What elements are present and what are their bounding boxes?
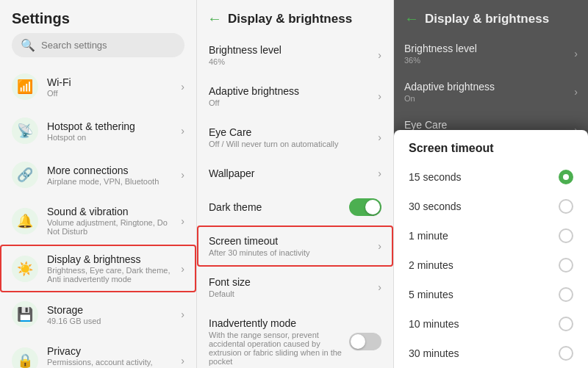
item-sub-wifi: Off xyxy=(47,89,172,98)
mid-item-title-adaptive: Adaptive brightness xyxy=(209,85,299,97)
chevron-icon-connections: › xyxy=(181,169,184,181)
mid-back-arrow[interactable]: ← xyxy=(207,10,222,27)
chevron-icon-display: › xyxy=(181,263,184,275)
mid-item-brightness[interactable]: Brightness level 46% › xyxy=(197,35,393,76)
radio-5m[interactable] xyxy=(559,287,573,302)
mid-item-screentimeout[interactable]: Screen timeout After 30 minutes of inact… xyxy=(197,226,393,267)
item-title-connections: More connections xyxy=(47,165,172,176)
dialog-option-5m[interactable]: 5 minutes xyxy=(394,280,588,309)
icon-sound: 🔔 xyxy=(12,208,38,234)
mid-item-sub-fontsize: Default xyxy=(209,289,251,298)
mid-item-sub-adaptive: Off xyxy=(209,98,299,107)
sidebar-item-hotspot[interactable]: 📡 Hotspot & tethering Hotspot on › xyxy=(0,109,196,153)
dialog-option-10m[interactable]: 10 minutes xyxy=(394,309,588,339)
mid-item-inadvertently[interactable]: Inadvertently mode With the range sensor… xyxy=(197,308,393,368)
item-sub-hotspot: Hotspot on xyxy=(47,133,172,142)
item-title-wifi: Wi-Fi xyxy=(47,76,172,88)
mid-menu-list: Brightness level 46% › Adaptive brightne… xyxy=(197,35,393,368)
chevron-icon-storage: › xyxy=(181,309,184,320)
sidebar-item-connections[interactable]: 🔗 More connections Airplane mode, VPN, B… xyxy=(0,153,196,197)
right-panel-header: ← Display & brightness xyxy=(394,0,588,35)
radio-30s[interactable] xyxy=(559,199,573,214)
search-bar[interactable]: 🔍 xyxy=(12,33,184,57)
icon-privacy: 🔒 xyxy=(12,347,38,369)
item-sub-privacy: Permissions, account activity, personal … xyxy=(47,358,172,368)
dialog-option-30m[interactable]: 30 minutes xyxy=(394,339,588,368)
radio-1m[interactable] xyxy=(559,228,573,243)
mid-item-title-fontsize: Font size xyxy=(209,276,251,288)
toggle-darktheme[interactable] xyxy=(349,198,381,216)
settings-list: 📶 Wi-Fi Off › 📡 Hotspot & tethering Hots… xyxy=(0,65,196,368)
mid-item-sub-screentimeout: After 30 minutes of inactivity xyxy=(209,248,310,257)
mid-item-sub-eyecare: Off / Will never turn on automatically xyxy=(209,140,338,148)
mid-item-adaptive[interactable]: Adaptive brightness Off › xyxy=(197,76,393,117)
right-item-title-adaptive: Adaptive brightness xyxy=(404,81,495,93)
dialog-option-2m[interactable]: 2 minutes xyxy=(394,250,588,280)
dialog-option-label-10m: 10 minutes xyxy=(409,318,459,330)
mid-panel: ← Display & brightness Brightness level … xyxy=(197,0,394,368)
radio-2m[interactable] xyxy=(559,258,573,273)
sidebar-item-storage[interactable]: 💾 Storage 49.16 GB used › xyxy=(0,292,196,336)
mid-item-darktheme[interactable]: Dark theme xyxy=(197,189,393,226)
right-item-sub-brightness: 36% xyxy=(404,56,477,65)
chevron-icon-brightness: › xyxy=(378,49,381,61)
icon-connections: 🔗 xyxy=(12,162,38,188)
icon-wifi: 📶 xyxy=(12,73,38,100)
mid-item-title-eyecare: Eye Care xyxy=(209,126,338,138)
dialog-option-15s[interactable]: 15 seconds xyxy=(394,162,588,192)
dialog-option-label-5m: 5 minutes xyxy=(409,289,453,300)
dialog-option-label-15s: 15 seconds xyxy=(409,171,462,183)
item-title-display: Display & brightness xyxy=(47,253,172,265)
icon-storage: 💾 xyxy=(12,301,38,328)
item-sub-storage: 49.16 GB used xyxy=(47,317,172,325)
icon-display: ☀️ xyxy=(12,256,38,282)
chevron-icon-fontsize: › xyxy=(378,281,381,293)
sidebar-item-sound[interactable]: 🔔 Sound & vibration Volume adjustment, R… xyxy=(0,197,196,245)
mid-item-title-darktheme: Dark theme xyxy=(209,201,262,213)
mid-item-fontsize[interactable]: Font size Default › xyxy=(197,267,393,308)
mid-panel-header: ← Display & brightness xyxy=(197,0,393,35)
dialog-option-label-30m: 30 minutes xyxy=(409,347,459,359)
dialog-option-30s[interactable]: 30 seconds xyxy=(394,192,588,221)
sidebar-item-display[interactable]: ☀️ Display & brightness Brightness, Eye … xyxy=(0,245,196,292)
screen-timeout-dialog: Screen timeout 15 seconds 30 seconds 1 m… xyxy=(394,130,588,368)
radio-15s[interactable] xyxy=(559,170,573,184)
chevron-icon-sound: › xyxy=(181,215,184,227)
left-panel-header: Settings 🔍 xyxy=(0,0,196,65)
sidebar-item-wifi[interactable]: 📶 Wi-Fi Off › xyxy=(0,65,196,109)
item-sub-connections: Airplane mode, VPN, Bluetooth xyxy=(47,177,172,186)
right-item-title-eyecare: Eye Care xyxy=(404,119,534,131)
mid-panel-title: Display & brightness xyxy=(228,12,352,26)
mid-item-eyecare[interactable]: Eye Care Off / Will never turn on automa… xyxy=(197,117,393,158)
mid-item-wallpaper[interactable]: Wallpaper › xyxy=(197,158,393,189)
chevron-icon-right-brightness: › xyxy=(574,48,578,59)
settings-title: Settings xyxy=(12,10,184,27)
item-title-hotspot: Hotspot & tethering xyxy=(47,120,172,132)
dialog-option-label-2m: 2 minutes xyxy=(409,259,453,271)
dialog-option-label-1m: 1 minute xyxy=(409,230,448,242)
search-icon: 🔍 xyxy=(21,38,35,52)
chevron-icon-hotspot: › xyxy=(181,125,184,137)
search-input[interactable] xyxy=(41,40,176,51)
dialog-option-1m[interactable]: 1 minute xyxy=(394,221,588,250)
chevron-icon-eyecare: › xyxy=(378,131,381,143)
sidebar-item-privacy[interactable]: 🔒 Privacy Permissions, account activity,… xyxy=(0,336,196,368)
right-item-sub-adaptive: On xyxy=(404,94,495,103)
icon-hotspot: 📡 xyxy=(12,118,38,144)
dialog-title: Screen timeout xyxy=(394,130,588,162)
right-panel-title: Display & brightness xyxy=(425,12,549,26)
item-title-storage: Storage xyxy=(47,304,172,316)
right-back-arrow[interactable]: ← xyxy=(404,10,419,27)
right-item-adaptive[interactable]: Adaptive brightness On › xyxy=(394,73,588,111)
mid-item-sub-brightness: 46% xyxy=(209,57,282,66)
right-item-brightness[interactable]: Brightness level 36% › xyxy=(394,35,588,73)
settings-panel: Settings 🔍 📶 Wi-Fi Off › 📡 Hotspot & tet… xyxy=(0,0,197,368)
mid-item-title-brightness: Brightness level xyxy=(209,44,282,56)
item-title-sound: Sound & vibration xyxy=(47,206,172,217)
radio-30m[interactable] xyxy=(559,346,573,361)
chevron-icon-wallpaper: › xyxy=(378,167,381,179)
chevron-icon-privacy: › xyxy=(181,355,184,367)
toggle-inadvertently[interactable] xyxy=(349,333,381,350)
dialog-option-label-30s: 30 seconds xyxy=(409,201,462,212)
radio-10m[interactable] xyxy=(559,317,573,331)
